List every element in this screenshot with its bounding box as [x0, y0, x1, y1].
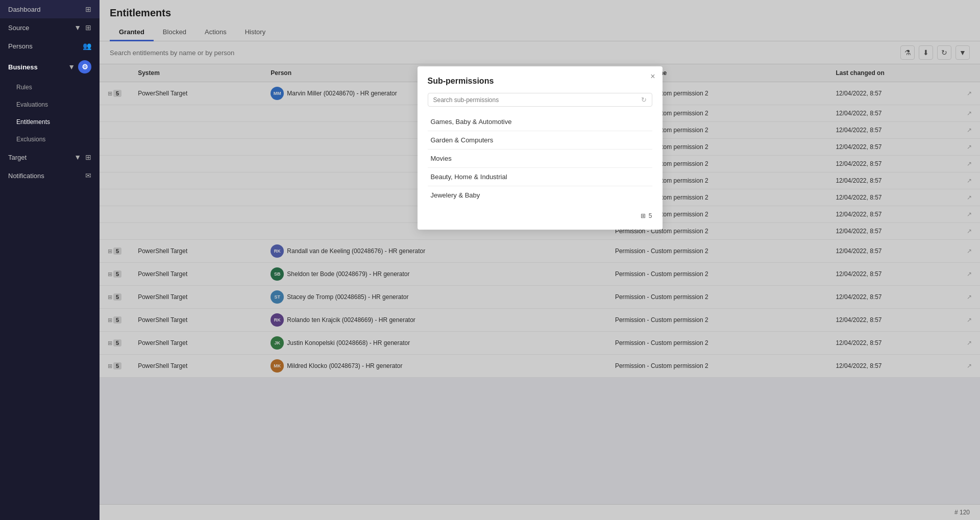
sidebar: Dashboard ⊞ Source ▼ ⊞ Persons 👥 Busines…: [0, 0, 100, 520]
sidebar-item-source[interactable]: Source ▼ ⊞: [0, 18, 100, 37]
sidebar-item-dashboard[interactable]: Dashboard ⊞: [0, 0, 100, 18]
modal-search-container: ↻: [428, 93, 652, 107]
modal-list-item[interactable]: Beauty, Home & Industrial: [428, 168, 652, 186]
modal-close-button[interactable]: ×: [650, 72, 655, 81]
modal-list-item[interactable]: Jewelery & Baby: [428, 186, 652, 204]
modal-title: Sub-permissions: [428, 77, 652, 86]
sidebar-item-entitlements[interactable]: Entitlements: [0, 113, 100, 131]
modal-refresh-icon[interactable]: ↻: [641, 96, 647, 104]
sidebar-item-entitlements-label: Entitlements: [16, 118, 91, 126]
gear-icon[interactable]: ⚙: [78, 60, 91, 73]
sidebar-item-dashboard-label: Dashboard: [8, 6, 83, 13]
sidebar-item-business[interactable]: Business ▼ ⚙: [0, 55, 100, 79]
grid-icon: ⊞: [85, 23, 91, 32]
persons-icon: 👥: [83, 42, 91, 50]
grid-icon-target: ⊞: [85, 153, 91, 161]
sidebar-item-notifications[interactable]: Notifications ✉: [0, 166, 100, 185]
home-icon: ⊞: [85, 5, 91, 13]
sidebar-item-persons-label: Persons: [8, 42, 81, 50]
chevron-down-icon-target: ▼: [74, 153, 81, 161]
mail-icon: ✉: [85, 171, 91, 180]
sidebar-item-notifications-label: Notifications: [8, 172, 83, 180]
sidebar-item-evaluations-label: Evaluations: [16, 101, 91, 108]
modal-footer-count: 5: [649, 212, 652, 219]
sidebar-item-business-label: Business: [8, 63, 66, 71]
modal-list-item[interactable]: Movies: [428, 150, 652, 168]
modal-footer: ⊞ 5: [428, 212, 652, 219]
sidebar-item-evaluations[interactable]: Evaluations: [0, 96, 100, 113]
modal-list-item[interactable]: Garden & Computers: [428, 131, 652, 150]
sidebar-item-target[interactable]: Target ▼ ⊞: [0, 148, 100, 166]
sub-permissions-modal: Sub-permissions × ↻ Games, Baby & Automo…: [418, 66, 663, 230]
modal-search-input[interactable]: [433, 96, 641, 104]
sidebar-item-persons[interactable]: Persons 👥: [0, 37, 100, 55]
chevron-down-icon: ▼: [74, 23, 81, 32]
sidebar-item-target-label: Target: [8, 154, 72, 161]
sidebar-item-exclusions[interactable]: Exclusions: [0, 131, 100, 148]
sidebar-item-rules-label: Rules: [16, 84, 91, 91]
sidebar-item-source-label: Source: [8, 24, 72, 32]
sidebar-item-exclusions-label: Exclusions: [16, 136, 91, 143]
grid-icon-footer: ⊞: [641, 212, 646, 219]
chevron-icon-business: ▼: [68, 63, 75, 71]
main-content: Entitlements Granted Blocked Actions His…: [100, 0, 980, 520]
modal-overlay: Sub-permissions × ↻ Games, Baby & Automo…: [100, 0, 980, 520]
sidebar-item-rules[interactable]: Rules: [0, 79, 100, 96]
modal-list: Games, Baby & AutomotiveGarden & Compute…: [428, 113, 652, 204]
modal-list-item[interactable]: Games, Baby & Automotive: [428, 113, 652, 131]
